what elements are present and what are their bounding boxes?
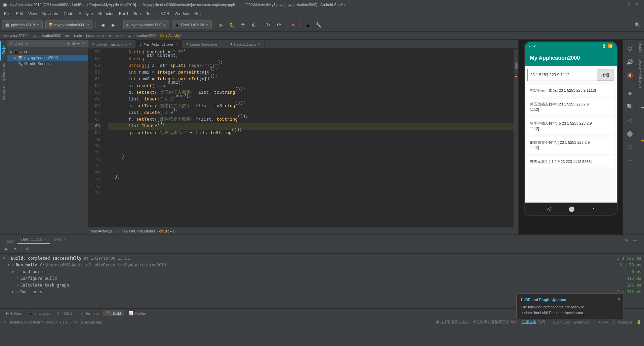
nav-field[interactable]: t bbox=[116, 229, 117, 233]
tab-close-mainactivity[interactable]: ✕ bbox=[175, 43, 178, 46]
run-config-select[interactable]: myapplication2000 bbox=[131, 23, 162, 27]
sdk-button[interactable]: 🔧 bbox=[314, 20, 323, 30]
build-tab-sync[interactable]: Sync ✕ bbox=[50, 235, 70, 244]
tab-linked12[interactable]: J linked12.java ✕ bbox=[226, 40, 265, 48]
menu-analyze[interactable]: Analyze bbox=[76, 11, 96, 17]
menu-edit[interactable]: Edit bbox=[13, 11, 26, 17]
menu-tools[interactable]: Tools bbox=[144, 11, 158, 17]
panel-expand-icon[interactable]: ⊞ bbox=[72, 41, 75, 46]
build-settings-button[interactable]: ⚙ bbox=[622, 236, 630, 244]
sync-button[interactable]: ↻ bbox=[264, 20, 273, 30]
menu-build[interactable]: Build bbox=[116, 11, 131, 17]
tab-close-linearnode[interactable]: ✕ bbox=[219, 42, 222, 46]
build-tool-button[interactable]: 🔨 Build bbox=[103, 310, 124, 316]
bc-java[interactable]: java bbox=[86, 34, 93, 38]
tab-close-linked12[interactable]: ✕ bbox=[258, 42, 260, 46]
todo-tool-button[interactable]: ☑ TODO bbox=[54, 310, 76, 316]
build-row-4[interactable]: ▶ ✓ Calculate task graph 146 ms bbox=[3, 282, 641, 289]
code-editor[interactable]: 57 58 59 60 61 62 63 64 65 66 67 68 69 7… bbox=[88, 49, 518, 227]
device-action-button[interactable]: 按钮 bbox=[597, 69, 614, 81]
favorites-panel-toggle[interactable]: 2: Favorites bbox=[1, 60, 6, 83]
editor-scrollbar[interactable] bbox=[514, 49, 518, 227]
gradle-strip[interactable]: Gradle bbox=[638, 40, 643, 55]
device-file-explorer-strip[interactable]: Device File Explorer bbox=[638, 57, 643, 92]
back-button[interactable]: ◀ bbox=[98, 20, 108, 30]
build-row-1[interactable]: ▼ ✓ Run build C:\Users\666\AndroidStudio… bbox=[3, 262, 641, 268]
bc-example[interactable]: example bbox=[108, 34, 122, 38]
tab-linearnode[interactable]: J LinearNode.java ✕ bbox=[182, 40, 226, 48]
build-row-0[interactable]: ▼ ✓ Build: completed successfully at 201… bbox=[3, 255, 641, 262]
structure-panel-toggle[interactable]: Structure bbox=[1, 84, 6, 103]
run-config-label[interactable]: myapplication2000 bbox=[54, 23, 85, 27]
sync2-button[interactable]: ⟳ bbox=[274, 20, 284, 30]
event-log-button[interactable]: Event Log bbox=[553, 320, 570, 324]
bc-src[interactable]: src bbox=[65, 34, 70, 38]
rtp-home-button[interactable]: ⬤ bbox=[624, 127, 636, 139]
code-lines[interactable]: String content ="2 5"; String str=conten… bbox=[104, 49, 514, 227]
debug-button[interactable]: 🐛 bbox=[228, 20, 237, 30]
menu-run[interactable]: Run bbox=[131, 11, 144, 17]
panel-settings-icon[interactable]: ⚙ bbox=[67, 41, 70, 46]
menu-vcs[interactable]: VCS bbox=[158, 11, 172, 17]
notification-close-button[interactable]: ∨ bbox=[617, 296, 621, 302]
bc-main[interactable]: main bbox=[74, 34, 82, 38]
rtp-power-button[interactable]: ⏻ bbox=[624, 42, 636, 54]
sync-close[interactable]: ✕ bbox=[64, 237, 66, 241]
build-row-2[interactable]: ▶ ✓ Load build 6 ms bbox=[3, 268, 641, 275]
rtp-rotate-button[interactable]: ◆ bbox=[624, 87, 636, 99]
search-everywhere-button[interactable]: 🔍 bbox=[633, 20, 642, 30]
build-collapse-button[interactable]: ▼ bbox=[11, 245, 19, 253]
avd-button[interactable]: 📱 bbox=[303, 20, 313, 30]
profiler-tool-button[interactable]: 📊 Profiler bbox=[125, 310, 150, 316]
close-button[interactable]: ✕ bbox=[636, 2, 639, 7]
nav-method[interactable]: onClick() bbox=[159, 229, 174, 233]
device-content[interactable]: 按钮 初始链表元素为:[ 23 1 5253 223 9 1112] 第五位插入… bbox=[525, 66, 617, 203]
bc-myapp[interactable]: myapplication2000 bbox=[125, 34, 156, 38]
indent-label[interactable]: 4 spaces bbox=[618, 320, 633, 324]
rtp-more-button[interactable]: ⋯ bbox=[624, 154, 636, 166]
stop-button[interactable]: ■ bbox=[289, 20, 298, 30]
project-panel-toggle[interactable]: 1: Project bbox=[0, 41, 7, 60]
tree-item-myapplication[interactable]: ▶ 📦 myapplication2000 bbox=[7, 55, 88, 61]
tree-item-gradle[interactable]: ▶ 🔧 Gradle Scripts bbox=[7, 61, 88, 67]
logcat-tool-button[interactable]: 📱 6: Logcat bbox=[25, 310, 53, 316]
bc-module[interactable]: myapplication2000 bbox=[31, 34, 62, 38]
bc-com[interactable]: com bbox=[97, 34, 104, 38]
menu-help[interactable]: Help bbox=[192, 11, 205, 17]
event-log-label[interactable]: Event Log bbox=[574, 320, 591, 324]
build-expand-button[interactable]: ▶ bbox=[3, 245, 10, 253]
tree-item-app[interactable]: ▶ 📱 app bbox=[7, 49, 88, 55]
bc-mainactivity[interactable]: MainActivity1 bbox=[160, 34, 182, 38]
run-tool-button[interactable]: ▶ 4: Run bbox=[3, 310, 24, 316]
maximize-button[interactable]: □ bbox=[628, 2, 630, 7]
minimize-button[interactable]: – bbox=[620, 2, 622, 7]
device-back-button[interactable]: ◁ bbox=[547, 206, 551, 212]
rtp-zoom-button[interactable]: 🔍 bbox=[624, 100, 636, 113]
device-input-field[interactable] bbox=[528, 73, 597, 77]
menu-window[interactable]: Window bbox=[172, 11, 192, 17]
lock-icon[interactable]: 🔒 bbox=[637, 320, 641, 324]
run-button[interactable]: ▶ bbox=[217, 20, 226, 30]
tab-close-activity[interactable]: ✕ bbox=[129, 42, 131, 46]
tab-mainactivity[interactable]: J MainActivity1.java ✕ bbox=[136, 40, 183, 48]
rtp-volume-down-button[interactable]: 🔇 bbox=[624, 69, 636, 81]
panel-close-icon[interactable]: ✕ bbox=[82, 41, 85, 46]
device-recents-button[interactable]: ▪ bbox=[593, 206, 594, 211]
panel-collapse-icon[interactable]: — bbox=[76, 41, 80, 46]
build-row-3[interactable]: ▶ ✓ Configure build 413 ms bbox=[3, 275, 641, 282]
device-selector[interactable]: Pixel 3 API 28 bbox=[181, 23, 204, 27]
menu-refactor[interactable]: Refactor bbox=[96, 11, 116, 17]
terminal-tool-button[interactable]: >_ Terminal bbox=[76, 311, 103, 316]
rtp-back-button[interactable]: ◁ bbox=[624, 114, 636, 126]
menu-file[interactable]: File bbox=[1, 11, 13, 17]
bc-project[interactable]: pplication2019 bbox=[3, 34, 27, 38]
build-output-close[interactable]: ✕ bbox=[43, 237, 46, 241]
rtp-volume-up-button[interactable]: 🔊 bbox=[624, 56, 636, 68]
build-minimize-button[interactable]: — bbox=[631, 236, 639, 244]
nav-class[interactable]: MainActivity1 bbox=[91, 229, 113, 233]
nav-listener[interactable]: new OnClickListener bbox=[121, 229, 155, 233]
profile-button[interactable]: ⊕ bbox=[249, 20, 258, 30]
menu-navigate[interactable]: Navigate bbox=[40, 11, 61, 17]
encoding-label[interactable]: UTF-8 bbox=[599, 320, 609, 324]
device-home-button[interactable]: ⬤ bbox=[569, 206, 575, 212]
